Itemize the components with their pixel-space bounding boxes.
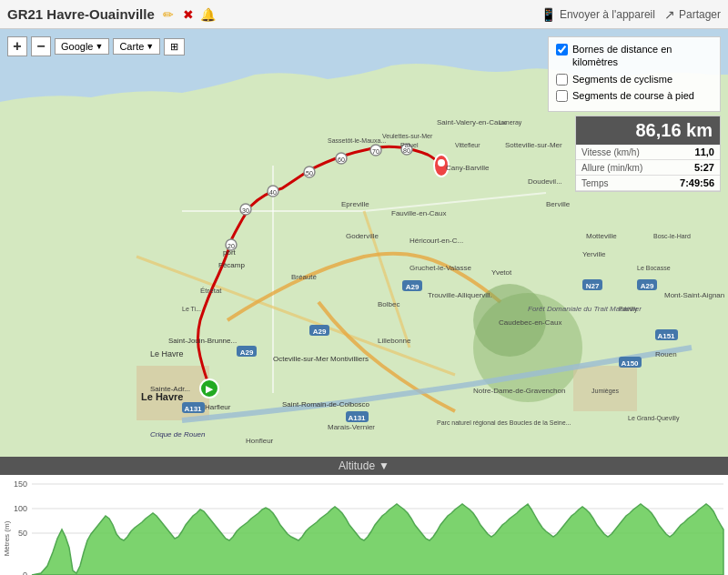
svg-text:Saint-Romain-de-Colbosco: Saint-Romain-de-Colbosco [282,400,370,409]
time-label: Temps [581,178,608,188]
svg-text:Crique de Rouen: Crique de Rouen [150,430,206,439]
svg-text:Forêt Domaniale du Trait Maulé: Forêt Domaniale du Trait Maulévier [528,305,642,313]
svg-text:Mètres (m): Mètres (m) [3,520,11,556]
svg-text:Héricourt-en-C...: Héricourt-en-C... [410,237,463,245]
map-type-dropdown[interactable]: Carte ▼ [113,38,160,55]
distance-label: Bornes de distance en kilomètres [572,43,713,69]
svg-text:Harfleur: Harfleur [205,403,231,411]
svg-text:A151: A151 [657,332,675,340]
svg-text:Gruchet-le-Valasse: Gruchet-le-Valasse [410,264,471,272]
svg-text:Le Havre: Le Havre [141,391,183,402]
header-right: 📱 Envoyer à l'appareil ↗ Partager [541,7,721,22]
running-checkbox[interactable] [556,90,568,102]
svg-text:Paluel: Paluel [400,142,419,148]
svg-text:Motteville: Motteville [586,232,617,240]
svg-text:50: 50 [306,170,313,177]
header: GR21 Havre-Ouainville ✏ ✖ 🔔 📱 Envoyer à … [0,0,728,29]
svg-text:port: port [223,248,237,257]
map-controls: + − Google ▼ Carte ▼ ⊞ [7,36,185,56]
svg-text:Marais-Vernier: Marais-Vernier [328,423,375,431]
layers-icon: ⊞ [170,41,178,53]
page-title: GR21 Havre-Ouainville [7,6,155,22]
map-provider-dropdown[interactable]: Google ▼ [55,38,109,55]
svg-text:Yerville: Yerville [582,250,606,258]
svg-text:Trouville-Alliquervill.: Trouville-Alliquervill. [428,291,492,299]
bell-icon[interactable]: 🔔 [200,6,217,23]
svg-text:Cany-Barville: Cany-Barville [446,164,490,172]
svg-text:70: 70 [372,148,379,155]
altitude-toggle-bar[interactable]: Altitude ▼ [0,457,728,475]
svg-text:Sassetôt-le-Mauxa...: Sassetôt-le-Mauxa... [328,137,386,144]
delete-icon[interactable]: ✖ [180,6,197,23]
svg-text:100: 100 [14,504,27,513]
svg-text:Notre-Dame-de-Gravenchon: Notre-Dame-de-Gravenchon [473,387,565,395]
svg-text:50: 50 [18,529,27,538]
header-left: GR21 Havre-Ouainville ✏ ✖ 🔔 [7,6,217,23]
layers-button[interactable]: ⊞ [164,38,185,55]
svg-text:Parc naturel régional des Bouc: Parc naturel régional des Boucles de la … [437,419,571,427]
map-container[interactable]: ▶ 20 30 40 50 60 70 80 Le Havre Fécamp p… [0,29,728,457]
svg-text:Honfleur: Honfleur [246,437,274,445]
distance-checkbox[interactable] [556,44,568,55]
share-button[interactable]: ↗ Partager [664,7,721,22]
svg-text:▶: ▶ [206,384,214,394]
legend-item-running: Segments de course à pied [556,89,713,102]
svg-text:Saint-Jouin-Brunne...: Saint-Jouin-Brunne... [168,337,237,345]
svg-text:30: 30 [242,207,249,214]
cycling-label: Segments de cyclisme [572,73,672,86]
time-value: 7:49:56 [680,177,714,188]
svg-text:Le Bocasse: Le Bocasse [637,265,671,271]
svg-text:Caudebec-en-Caux: Caudebec-en-Caux [499,318,561,327]
svg-text:A29: A29 [240,348,254,357]
svg-text:Bréauté: Bréauté [291,273,318,281]
distance-value: 86,16 km [576,116,720,145]
svg-text:Luneray: Luneray [499,119,522,126]
zoom-out-button[interactable]: − [31,36,51,56]
cycling-checkbox[interactable] [556,74,568,86]
time-row: Temps 7:49:56 [576,176,720,191]
svg-point-13 [438,159,445,166]
provider-chevron-icon: ▼ [95,42,103,51]
pace-value: 5:27 [694,162,714,173]
zoom-in-button[interactable]: + [7,36,27,56]
svg-text:Epreville: Epreville [341,200,369,208]
legend-item-cycling: Segments de cyclisme [556,73,713,86]
svg-text:N27: N27 [586,282,600,290]
svg-text:A150: A150 [621,359,639,368]
svg-text:Doudevil...: Doudevil... [528,177,562,186]
send-to-device-button[interactable]: 📱 Envoyer à l'appareil [541,7,655,22]
svg-text:A29: A29 [313,328,327,336]
pencil-icon[interactable]: ✏ [160,6,177,23]
svg-text:40: 40 [269,189,277,196]
altitude-chart: 150 100 50 0 Mètres (m) 10 20 30 40 50 6… [0,475,728,575]
svg-text:Le Grand-Quevilly: Le Grand-Quevilly [628,415,680,422]
svg-text:Mont-Saint-Aignan: Mont-Saint-Aignan [664,291,724,299]
speed-label: Vitesse (km/h) [581,147,640,157]
svg-text:150: 150 [14,479,27,489]
svg-text:Sotteville-sur-Mer: Sotteville-sur-Mer [505,141,562,149]
svg-text:A131: A131 [348,414,366,422]
pace-label: Allure (min/km) [581,163,642,173]
svg-text:Octeville-sur-Mer Montivillier: Octeville-sur-Mer Montivilliers [273,355,369,363]
speed-value: 11,0 [695,146,714,157]
svg-text:Le Havre: Le Havre [150,349,184,358]
svg-text:Étretat: Étretat [200,287,222,295]
svg-text:A29: A29 [406,283,420,291]
legend-box: Bornes de distance en kilomètres Segment… [548,36,721,112]
svg-text:0: 0 [23,570,27,575]
svg-text:Yvetot: Yvetot [491,268,512,277]
header-icons: ✏ ✖ 🔔 [160,6,217,23]
svg-text:Veulettes-sur-Mer: Veulettes-sur-Mer [382,133,433,139]
svg-text:Fécamp: Fécamp [218,261,245,269]
svg-text:Bosc-le-Hard: Bosc-le-Hard [653,233,691,239]
speed-row: Vitesse (km/h) 11,0 [576,145,720,160]
running-label: Segments de course à pied [572,89,694,102]
svg-text:Saint-Valery-en-Caux: Saint-Valery-en-Caux [437,118,506,126]
svg-text:Rouen: Rouen [655,350,677,358]
svg-text:Fauville-en-Caux: Fauville-en-Caux [391,209,446,217]
legend-item-distance: Bornes de distance en kilomètres [556,43,713,69]
altitude-label: Altitude [339,459,375,472]
svg-text:Lillebonne: Lillebonne [378,337,411,345]
share-icon: ↗ [664,7,675,22]
svg-text:Vittefleur: Vittefleur [455,142,480,148]
